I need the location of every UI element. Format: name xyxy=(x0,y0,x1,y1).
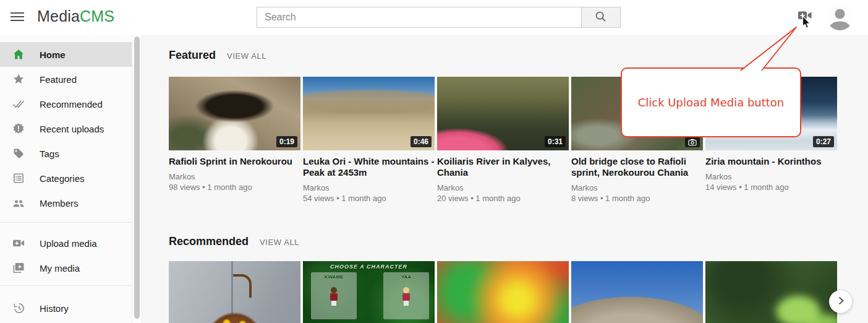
video-card[interactable]: 0:19 Rafioli Sprint in Nerokourou Markos… xyxy=(169,77,300,204)
video-author[interactable]: Markos xyxy=(571,183,703,193)
search-bar xyxy=(257,7,621,28)
categories-icon xyxy=(12,172,25,184)
duration-badge: 0:46 xyxy=(411,136,432,147)
members-icon xyxy=(12,197,25,209)
character-panel-left: KWAME Selected xyxy=(311,272,357,319)
sidebar-item-history[interactable]: History xyxy=(0,296,132,321)
sidebar-item-label: Home xyxy=(40,50,66,60)
sidebar-item-recommended[interactable]: Recommended xyxy=(0,92,132,116)
sidebar-item-label: Recommended xyxy=(40,99,103,110)
character-name: KWAME xyxy=(311,274,357,280)
video-card[interactable]: 0:46 Leuka Ori - White mountains - Peak … xyxy=(303,77,435,204)
recommended-cards-row: CHOOSE A CHARACTER KWAME Selected YAA Se… xyxy=(169,261,837,323)
video-thumbnail[interactable]: 0:31 xyxy=(437,77,569,150)
logo-text-accent: CMS xyxy=(80,7,114,25)
sidebar-item-recent-uploads[interactable]: Recent uploads xyxy=(0,116,132,141)
upload-media-icon[interactable] xyxy=(797,10,813,22)
sidebar-scrollbar-track xyxy=(132,35,142,323)
video-author[interactable]: Markos xyxy=(705,171,837,182)
video-thumbnail[interactable] xyxy=(437,261,569,323)
search-input[interactable] xyxy=(257,7,581,28)
sidebar-divider xyxy=(0,285,132,286)
video-thumbnail[interactable]: 0:19 xyxy=(169,77,300,150)
video-card[interactable] xyxy=(437,261,569,323)
sidebar-item-label: Upload media xyxy=(40,238,97,249)
history-icon xyxy=(12,302,25,314)
video-card[interactable] xyxy=(705,261,837,323)
video-author[interactable]: Markos xyxy=(303,183,435,193)
sidebar-item-members[interactable]: Members xyxy=(0,191,132,215)
sidebar-item-label: Featured xyxy=(40,74,77,85)
recommended-section-header: Recommended VIEW ALL xyxy=(169,235,299,248)
sidebar-divider xyxy=(0,222,132,223)
video-meta: 8 views • 1 month ago xyxy=(571,193,703,204)
top-bar: MediaCMS xyxy=(0,0,868,35)
tooltip-text: Click Upload Media button xyxy=(638,96,785,109)
done-all-icon xyxy=(12,98,25,110)
sidebar-item-featured[interactable]: Featured xyxy=(0,67,132,92)
chevron-right-icon xyxy=(835,295,847,309)
new-releases-icon xyxy=(12,123,25,135)
video-meta: 20 views • 1 month ago xyxy=(437,193,569,204)
pumpkin-stem-shape xyxy=(233,274,252,298)
sidebar-item-label: My media xyxy=(40,263,80,273)
game-heading-text: CHOOSE A CHARACTER xyxy=(303,264,435,270)
video-title[interactable]: Rafioli Sprint in Nerokourou xyxy=(169,156,300,167)
section-title: Recommended xyxy=(169,235,249,248)
video-title[interactable]: Koiliaris River in Kalyves, Chania xyxy=(437,156,569,178)
video-title[interactable]: Leuka Ori - White mountains - Peak at 24… xyxy=(303,156,435,178)
video-thumbnail[interactable]: CHOOSE A CHARACTER KWAME Selected YAA Se… xyxy=(303,261,435,323)
sidebar-item-tags[interactable]: Tags xyxy=(0,141,132,166)
featured-section-header: Featured VIEW ALL xyxy=(169,49,266,62)
home-icon xyxy=(12,48,25,61)
search-button[interactable] xyxy=(581,7,621,28)
video-thumbnail[interactable] xyxy=(705,261,837,323)
carousel-next-button[interactable] xyxy=(829,290,852,313)
video-meta: 98 views • 1 month ago xyxy=(169,182,300,193)
sidebar-item-label: History xyxy=(40,303,69,314)
video-card[interactable]: CHOOSE A CHARACTER KWAME Selected YAA Se… xyxy=(303,261,435,323)
video-card[interactable]: 0:31 Koiliaris River in Kalyves, Chania … xyxy=(437,77,569,204)
video-author[interactable]: Markos xyxy=(169,171,300,182)
sidebar: Home Featured Recommended Recent uploads… xyxy=(0,35,132,323)
video-title[interactable]: Ziria mountain - Korinthos xyxy=(705,156,837,167)
video-title[interactable]: Old bridge close to Rafioli sprint, Nero… xyxy=(571,156,703,178)
logo-text-primary: Media xyxy=(37,7,80,25)
app-logo[interactable]: MediaCMS xyxy=(37,7,114,25)
sidebar-item-categories[interactable]: Categories xyxy=(0,166,132,191)
video-thumbnail[interactable] xyxy=(169,261,300,323)
tooltip-callout: Click Upload Media button xyxy=(621,67,801,137)
video-thumbnail[interactable] xyxy=(571,261,703,323)
video-meta: 54 views • 1 month ago xyxy=(303,193,435,204)
recommended-view-all-link[interactable]: VIEW ALL xyxy=(260,238,299,247)
sidebar-item-my-media[interactable]: My media xyxy=(0,256,132,280)
featured-view-all-link[interactable]: VIEW ALL xyxy=(227,51,266,61)
duration-badge: 0:31 xyxy=(545,136,566,147)
video-card[interactable] xyxy=(571,261,703,323)
sidebar-item-label: Categories xyxy=(40,173,85,184)
photo-badge-icon xyxy=(685,137,700,147)
search-icon xyxy=(595,11,607,25)
duration-badge: 0:27 xyxy=(813,136,834,147)
star-icon xyxy=(12,73,25,85)
video-card[interactable] xyxy=(169,261,300,323)
character-sprite xyxy=(330,287,338,306)
upload-media-icon xyxy=(12,237,25,249)
video-author[interactable]: Markos xyxy=(437,183,569,193)
character-sprite xyxy=(402,287,411,306)
character-panel-right: YAA Select xyxy=(383,272,429,319)
sidebar-item-label: Members xyxy=(40,198,79,209)
sidebar-item-upload-media[interactable]: Upload media xyxy=(0,231,132,256)
character-name: YAA xyxy=(383,274,429,280)
my-media-icon xyxy=(12,262,25,274)
video-meta: 14 views • 1 month ago xyxy=(705,182,837,193)
hamburger-menu-icon[interactable] xyxy=(9,11,25,24)
user-avatar[interactable] xyxy=(827,4,853,30)
video-thumbnail[interactable]: 0:46 xyxy=(303,77,435,150)
sidebar-item-home[interactable]: Home xyxy=(0,42,132,67)
sidebar-item-label: Recent uploads xyxy=(40,124,104,134)
sidebar-item-label: Tags xyxy=(40,149,59,159)
sidebar-scrollbar-thumb[interactable] xyxy=(134,37,140,319)
tag-icon xyxy=(12,147,25,160)
duration-badge: 0:19 xyxy=(276,136,297,147)
